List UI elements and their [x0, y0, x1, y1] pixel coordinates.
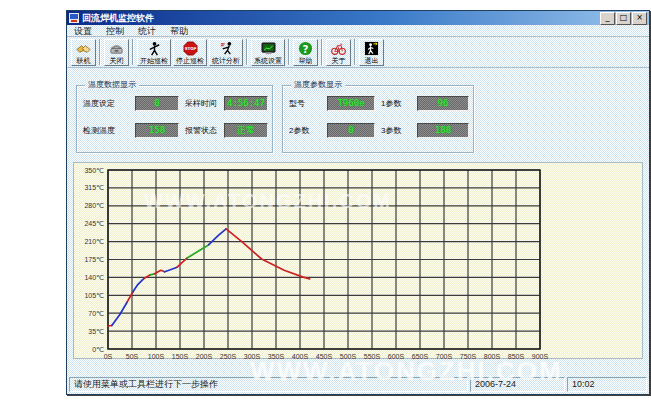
profile-seg-8: [165, 267, 177, 272]
x-tick-label: 0S: [104, 353, 113, 360]
minimize-button[interactable]: _: [600, 12, 615, 25]
led-measured-temp: 158: [135, 123, 179, 138]
y-tick-label: 175℃: [84, 256, 104, 263]
panel-title: 温度数据显示: [85, 80, 139, 90]
x-tick-label: 550S: [364, 353, 381, 360]
analyst-icon: [219, 41, 234, 56]
field-label-param1: 1参数: [381, 98, 411, 109]
x-tick-label: 600S: [388, 353, 405, 360]
about-button[interactable]: 关于: [326, 39, 351, 66]
x-tick-label: 100S: [148, 353, 165, 360]
profile-seg-12: [226, 229, 310, 279]
stats-analysis-button[interactable]: 统计分析: [209, 39, 243, 66]
app-icon: [69, 13, 79, 23]
toolbar-separator: [354, 39, 356, 65]
x-tick-label: 250S: [220, 353, 237, 360]
monitor-icon: [261, 41, 276, 56]
question-icon: ?: [298, 41, 313, 56]
menu-statistics[interactable]: 统计: [131, 25, 163, 37]
profile-seg-10: [187, 245, 209, 258]
start-patrol-button[interactable]: 开始巡检: [137, 39, 171, 66]
x-tick-label: 150S: [172, 353, 189, 360]
svg-text:STOP: STOP: [184, 46, 196, 51]
field-label-model: 型号: [289, 98, 321, 109]
x-tick-label: 700S: [436, 353, 453, 360]
led-sample-time: 4:56:47: [224, 96, 268, 111]
toolbar-label: 关于: [332, 57, 346, 65]
svg-text:?: ?: [303, 42, 309, 54]
y-tick-label: 315℃: [84, 184, 104, 191]
y-tick-label: 140℃: [84, 274, 104, 281]
toolbar-label: 退出: [365, 57, 379, 65]
x-tick-label: 350S: [268, 353, 285, 360]
profile-seg-4: [133, 278, 144, 291]
desktop: { "window": { "title": "回流焊机监控软件", "cont…: [0, 0, 651, 405]
toolbar-separator: [288, 39, 290, 65]
stop-patrol-button[interactable]: STOP 停止巡检: [173, 39, 207, 66]
exit-icon: [364, 41, 379, 56]
window-title: 回流焊机监控软件: [82, 12, 599, 25]
toolbar-label: 关闭: [110, 57, 124, 65]
temperature-params-panel: 温度参数显示 型号 T960e 1参数 96 2参数 0 3参数 188: [282, 85, 474, 153]
field-label-sample-time: 采样时间: [185, 98, 218, 109]
field-label-measured-temp: 检测温度: [83, 125, 129, 136]
led-param1: 96: [417, 96, 469, 111]
y-tick-label: 210℃: [84, 238, 104, 245]
y-tick-label: 105℃: [84, 292, 104, 299]
toolbar-separator: [246, 39, 248, 65]
x-tick-label: 500S: [340, 353, 357, 360]
disconnect-button[interactable]: 关闭: [104, 39, 129, 66]
panel-title: 温度参数显示: [291, 80, 345, 90]
stop-sign-icon: STOP: [183, 41, 198, 56]
toolbar-label: 统计分析: [212, 57, 240, 65]
x-tick-label: 900S: [532, 353, 549, 360]
toolbar-label: 开始巡检: [140, 57, 168, 65]
app-window: 回流焊机监控软件 _ □ × 设置 控制 统计 帮助 联机 关闭: [66, 10, 650, 395]
y-tick-label: 350℃: [84, 167, 104, 174]
led-alarm-status: 正常: [224, 123, 268, 138]
titlebar[interactable]: 回流焊机监控软件 _ □ ×: [67, 11, 649, 25]
x-tick-label: 800S: [484, 353, 501, 360]
y-tick-label: 35℃: [88, 328, 104, 335]
restore-button[interactable]: □: [616, 12, 631, 25]
toolbar-label: 停止巡检: [176, 57, 204, 65]
y-tick-label: 245℃: [84, 220, 104, 227]
field-label-param2: 2参数: [289, 125, 321, 136]
y-tick-label: 0℃: [92, 346, 104, 353]
toolbar-separator: [132, 39, 134, 65]
bicycle-icon: [331, 41, 346, 56]
exit-button[interactable]: 退出: [359, 39, 384, 66]
temperature-profile-chart: 0S50S100S150S200S250S300S350S400S450S500…: [73, 162, 643, 359]
menu-settings[interactable]: 设置: [67, 25, 99, 37]
profile-chart-svg: 0S50S100S150S200S250S300S350S400S450S500…: [74, 163, 644, 360]
connect-button[interactable]: 联机: [71, 39, 96, 66]
toolbar-separator: [99, 39, 101, 65]
x-tick-label: 450S: [316, 353, 333, 360]
toolbar-label: 帮助: [299, 57, 313, 65]
x-tick-label: 400S: [292, 353, 309, 360]
status-time: 10:02: [567, 377, 647, 392]
x-tick-label: 50S: [126, 353, 139, 360]
menu-control[interactable]: 控制: [99, 25, 131, 37]
help-button[interactable]: ? 帮助: [293, 39, 318, 66]
statusbar: 请使用菜单或工具栏进行下一步操作 2006-7-24 10:02: [69, 377, 647, 392]
x-tick-label: 850S: [508, 353, 525, 360]
toolbar-label: 系统设置: [254, 57, 282, 65]
handshake-icon: [76, 41, 91, 56]
system-settings-button[interactable]: 系统设置: [251, 39, 285, 66]
phone-icon: [109, 41, 124, 56]
menu-help[interactable]: 帮助: [163, 25, 195, 37]
temperature-data-panel: 温度数据显示 温度设定 0 采样时间 4:56:47 检测温度 158 报警状态…: [76, 85, 273, 153]
led-param2: 0: [327, 123, 375, 138]
toolbar: 联机 关闭 开始巡检 STOP 停止巡检: [67, 37, 649, 68]
profile-seg-11: [209, 229, 226, 245]
x-tick-label: 650S: [412, 353, 429, 360]
y-tick-label: 70℃: [88, 310, 104, 317]
x-tick-label: 750S: [460, 353, 477, 360]
close-button[interactable]: ×: [632, 12, 647, 25]
led-param3: 188: [417, 123, 469, 138]
toolbar-label: 联机: [77, 57, 91, 65]
x-tick-label: 200S: [196, 353, 213, 360]
menubar: 设置 控制 统计 帮助: [67, 25, 649, 37]
toolbar-separator: [321, 39, 323, 65]
